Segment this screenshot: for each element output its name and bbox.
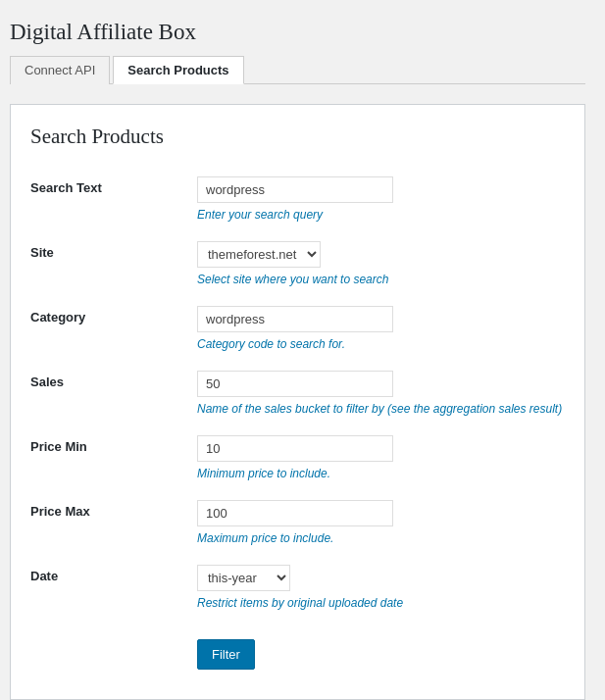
hint-category: Category code to search for. <box>197 337 565 351</box>
content-panel: Search Products Search Text Enter your s… <box>10 104 585 700</box>
category-input[interactable] <box>197 306 393 332</box>
tab-connect-api[interactable]: Connect API <box>10 56 110 84</box>
form-footer-row: Filter <box>30 620 565 679</box>
label-price-min: Price Min <box>30 425 187 490</box>
filter-button[interactable]: Filter <box>197 639 255 670</box>
input-cell-search-text: Enter your search query <box>187 167 565 231</box>
label-date: Date <box>30 555 187 620</box>
hint-search-text: Enter your search query <box>197 208 565 222</box>
section-title: Search Products <box>30 125 565 149</box>
form-table: Search Text Enter your search query Site… <box>30 167 565 679</box>
footer-button-cell: Filter <box>187 620 565 679</box>
field-row-price-max: Price Max Maximum price to include. <box>30 490 565 555</box>
site-select[interactable]: themeforest.net codecanyon.net videohive… <box>197 241 321 268</box>
hint-date: Restrict items by original uploaded date <box>197 596 565 610</box>
tab-search-products[interactable]: Search Products <box>113 56 243 84</box>
field-row-date: Date this-year this-month this-week toda… <box>30 555 565 620</box>
hint-price-max: Maximum price to include. <box>197 531 565 545</box>
footer-label-cell <box>30 620 187 679</box>
page-wrap: Digital Affiliate Box Connect API Search… <box>0 0 605 700</box>
input-cell-price-max: Maximum price to include. <box>187 490 565 555</box>
field-row-search-text: Search Text Enter your search query <box>30 167 565 231</box>
page-title: Digital Affiliate Box <box>10 20 585 45</box>
input-cell-category: Category code to search for. <box>187 296 565 361</box>
hint-sales: Name of the sales bucket to filter by (s… <box>197 402 565 416</box>
hint-price-min: Minimum price to include. <box>197 467 565 480</box>
field-row-category: Category Category code to search for. <box>30 296 565 361</box>
search-text-input[interactable] <box>197 176 393 203</box>
label-search-text: Search Text <box>30 167 187 231</box>
price-min-input[interactable] <box>197 435 393 462</box>
field-row-site: Site themeforest.net codecanyon.net vide… <box>30 231 565 296</box>
field-row-price-min: Price Min Minimum price to include. <box>30 425 565 490</box>
sales-input[interactable] <box>197 371 393 397</box>
field-row-sales: Sales Name of the sales bucket to filter… <box>30 361 565 425</box>
price-max-input[interactable] <box>197 500 393 526</box>
label-price-max: Price Max <box>30 490 187 555</box>
input-cell-price-min: Minimum price to include. <box>187 425 565 490</box>
hint-site: Select site where you want to search <box>197 273 565 286</box>
input-cell-date: this-year this-month this-week today Res… <box>187 555 565 620</box>
label-category: Category <box>30 296 187 361</box>
label-sales: Sales <box>30 361 187 425</box>
nav-tabs: Connect API Search Products <box>10 55 585 84</box>
label-site: Site <box>30 231 187 296</box>
input-cell-sales: Name of the sales bucket to filter by (s… <box>187 361 565 425</box>
date-select[interactable]: this-year this-month this-week today <box>197 565 290 591</box>
input-cell-site: themeforest.net codecanyon.net videohive… <box>187 231 565 296</box>
